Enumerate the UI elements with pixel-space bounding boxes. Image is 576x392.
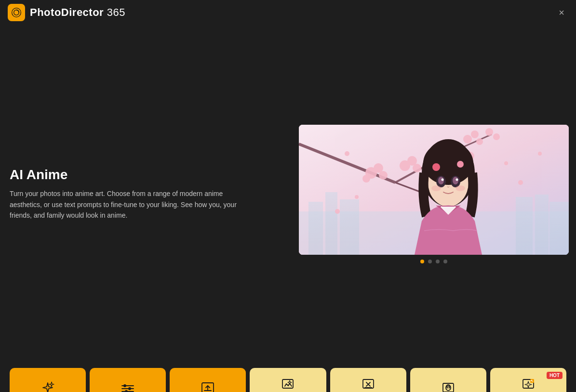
ai-anime-button[interactable]: AI Anime — [410, 368, 486, 392]
svg-point-31 — [485, 128, 493, 136]
svg-point-25 — [463, 135, 472, 144]
svg-rect-4 — [308, 202, 323, 255]
svg-point-57 — [125, 390, 128, 392]
slide-indicators — [420, 260, 447, 263]
primary-tools-row: GenAI Studio Organize and Adjust Edit — [10, 368, 566, 392]
ai-object-removal-button[interactable]: AI ObjectRemoval — [330, 368, 406, 392]
svg-point-56 — [128, 387, 131, 390]
svg-rect-5 — [325, 192, 337, 255]
dot-2[interactable] — [428, 260, 432, 263]
left-panel: AI Anime Turn your photos into anime art… — [10, 25, 289, 363]
svg-rect-6 — [340, 199, 359, 255]
title-bar: PhotoDirector 365 × — [0, 0, 576, 25]
ai-image-generator-button[interactable]: HOT AI ImageGenerator — [490, 368, 566, 392]
svg-point-17 — [379, 171, 388, 180]
svg-point-49 — [456, 179, 458, 181]
svg-point-18 — [362, 175, 370, 183]
svg-point-33 — [345, 151, 349, 156]
svg-point-27 — [476, 138, 483, 145]
svg-point-26 — [471, 131, 479, 138]
svg-point-64 — [446, 387, 448, 389]
svg-point-37 — [518, 180, 523, 185]
dot-3[interactable] — [436, 260, 440, 263]
organize-adjust-button[interactable]: Organize and Adjust — [90, 368, 166, 392]
svg-point-41 — [423, 142, 473, 185]
svg-point-34 — [355, 195, 359, 199]
svg-point-65 — [448, 387, 450, 389]
ai-image-enhancer-button[interactable]: AI ImageEnhancer — [250, 368, 326, 392]
hot-badge: HOT — [547, 372, 563, 379]
svg-point-32 — [493, 133, 500, 140]
app-logo — [8, 4, 25, 21]
edit-button[interactable]: Edit — [170, 368, 246, 392]
svg-rect-8 — [535, 195, 549, 255]
svg-point-36 — [504, 161, 508, 165]
tools-section: GenAI Studio Organize and Adjust Edit — [0, 368, 576, 392]
svg-point-42 — [432, 163, 440, 171]
dot-4[interactable] — [443, 260, 447, 263]
svg-point-35 — [335, 209, 340, 214]
feature-description: Turn your photos into anime art. Choose … — [10, 188, 241, 221]
right-panel — [299, 25, 569, 363]
svg-point-0 — [12, 8, 21, 17]
svg-rect-7 — [516, 197, 533, 255]
close-button[interactable]: × — [555, 5, 568, 20]
svg-point-50 — [431, 185, 441, 191]
svg-point-51 — [455, 185, 465, 191]
svg-point-43 — [457, 161, 464, 168]
svg-rect-60 — [282, 379, 293, 388]
svg-rect-9 — [549, 202, 569, 255]
main-content: AI Anime Turn your photos into anime art… — [0, 25, 576, 368]
feature-title: AI Anime — [10, 167, 284, 183]
dot-1[interactable] — [420, 260, 424, 263]
svg-point-38 — [538, 152, 542, 156]
svg-point-55 — [123, 384, 126, 387]
genai-studio-button[interactable]: GenAI Studio — [10, 368, 86, 392]
svg-point-21 — [413, 164, 421, 172]
hero-image — [299, 125, 569, 255]
app-name: PhotoDirector 365 — [30, 6, 125, 19]
svg-point-48 — [442, 179, 444, 181]
